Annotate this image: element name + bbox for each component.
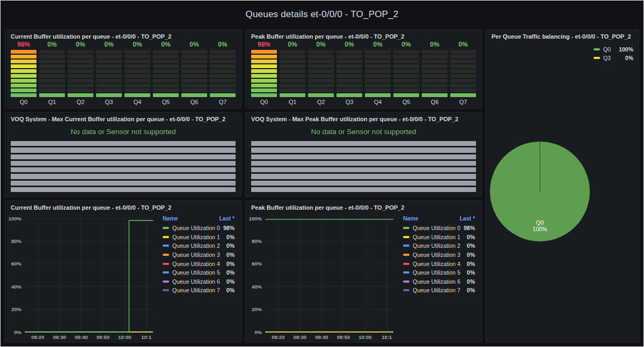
panel-title-traffic-balancing[interactable]: Per Queue Traffic balancing - et-0/0/0 -… (486, 30, 639, 41)
pie-legend-row-q3[interactable]: Q30% (594, 54, 633, 62)
gauge-cell (450, 69, 476, 73)
gauge-cell (365, 55, 391, 58)
legend-row-queue-5[interactable]: Queue Utilization 50% (403, 268, 475, 277)
gauge-cell (68, 74, 93, 78)
slice-name: Q3 (603, 55, 625, 61)
gauge-cell (308, 93, 334, 97)
series-name: Queue Utilization 4 (413, 261, 467, 267)
legend-row-queue-2[interactable]: Queue Utilization 20% (403, 241, 475, 250)
gauge-cell (153, 69, 179, 73)
gauge-cell (336, 60, 362, 63)
gauge-cell (308, 69, 334, 73)
x-axis-tick-label: 09:40 (75, 334, 87, 340)
gauge-cell (210, 55, 236, 58)
gauge-cell (393, 93, 419, 97)
no-data-bar-rows (11, 141, 236, 192)
y-axis-tick-label: 60% (252, 261, 262, 267)
gauge-category-label: Q0 (11, 97, 36, 106)
series-swatch (403, 227, 409, 229)
legend-row-queue-0[interactable]: Queue Utilization 098% (403, 224, 475, 233)
gauge-category-label: Q6 (181, 97, 207, 106)
gauge-cell (251, 64, 277, 68)
gauge-cell (11, 88, 36, 92)
series-last-value: 0% (226, 278, 235, 285)
gauge-cell (422, 88, 448, 92)
panel-title-peak-buffer-timeseries[interactable]: Peak Buffer utilization per queue - et-0… (246, 201, 481, 212)
gauge-cell (251, 88, 277, 92)
legend-row-queue-1[interactable]: Queue Utilization 10% (163, 233, 235, 242)
gauge-cell (68, 55, 93, 58)
gauge-category-label: Q1 (39, 97, 65, 106)
gauge-value: 0% (153, 41, 179, 50)
legend-header-last[interactable]: Last * (459, 215, 475, 222)
gauge-cell (181, 93, 207, 97)
legend-row-queue-6[interactable]: Queue Utilization 60% (403, 277, 475, 286)
series-last-value: 0% (226, 287, 235, 293)
legend-row-queue-3[interactable]: Queue Utilization 30% (403, 250, 475, 260)
legend-row-queue-3[interactable]: Queue Utilization 30% (163, 250, 235, 260)
x-axis-tick-label: 10:00 (358, 334, 371, 340)
pie-legend-row-q0[interactable]: Q0100% (594, 45, 633, 54)
panel-traffic-balancing-pie: Per Queue Traffic balancing - et-0/0/0 -… (486, 29, 639, 342)
legend-row-queue-5[interactable]: Queue Utilization 50% (163, 268, 235, 277)
gauge-cell (210, 84, 236, 87)
gauge-cell (153, 60, 179, 63)
gauge-cell (393, 60, 419, 63)
series-line-0 (25, 220, 153, 332)
pie-body: Q0100% Q0100%Q30% (486, 41, 639, 342)
legend-row-queue-4[interactable]: Queue Utilization 40% (403, 259, 475, 268)
current-buffer-bar-gauge: 98%Q00%Q10%Q20%Q30%Q40%Q50%Q60%Q7 (5, 41, 241, 108)
no-data-message: No data or Sensor not supported (251, 123, 476, 141)
legend-header-last[interactable]: Last * (219, 215, 235, 222)
gauge-cell (210, 93, 236, 97)
gauge-column-q0: 98%Q0 (11, 41, 36, 106)
gauge-cell (336, 84, 362, 87)
timeseries-body: 0%20%40%60%80%100%09:2009:3009:4009:5010… (246, 212, 481, 342)
x-axis-tick-label: 09:50 (97, 334, 109, 340)
legend-header-name[interactable]: Name (163, 215, 178, 222)
series-last-value: 0% (226, 269, 235, 276)
legend-row-queue-6[interactable]: Queue Utilization 60% (163, 277, 235, 286)
gauge-cell (39, 93, 65, 97)
gauge-cell (125, 55, 150, 58)
legend-row-queue-4[interactable]: Queue Utilization 40% (163, 259, 235, 268)
no-data-bar (11, 154, 236, 159)
legend-row-queue-0[interactable]: Queue Utilization 098% (163, 224, 235, 233)
legend-row-queue-2[interactable]: Queue Utilization 20% (163, 241, 235, 250)
no-data-bar (251, 187, 476, 192)
gauge-cell (11, 60, 36, 63)
gauge-cell-stack (125, 50, 150, 97)
gauge-cell-stack (153, 50, 179, 97)
gauge-cell (251, 55, 277, 58)
panel-peak-buffer-timeseries: Peak Buffer utilization per queue - et-0… (245, 201, 482, 342)
no-data-bar (251, 181, 476, 186)
gauge-cell (251, 60, 277, 63)
panel-title-current-buffer-gauge[interactable]: Current Buffer utilization per queue - e… (5, 30, 241, 41)
gauge-cell (280, 74, 305, 78)
panel-title-peak-buffer-gauge[interactable]: Peak Buffer utilization per queue - et-0… (246, 30, 481, 41)
legend-row-queue-1[interactable]: Queue Utilization 10% (403, 233, 475, 242)
series-last-value: 0% (467, 234, 475, 240)
panel-title-current-buffer-timeseries[interactable]: Current Buffer utilization per queue - e… (5, 201, 241, 212)
gauge-cell (280, 55, 305, 58)
plot-area: 0%20%40%60%80%100%09:2009:3009:4009:5010… (8, 214, 157, 341)
gauge-cell (308, 64, 334, 68)
panel-title-voq-current[interactable]: VOQ System - Max Current Buffer utilizat… (5, 113, 241, 123)
gauge-cell (153, 79, 179, 83)
series-swatch (163, 236, 169, 238)
peak-buffer-line-chart: 0%20%40%60%80%100%09:2009:3009:4009:5010… (248, 214, 398, 341)
gauge-cell (365, 93, 391, 97)
series-last-value: 98% (223, 225, 235, 231)
pie-legend: Q0100%Q30% (594, 41, 639, 342)
gauge-category-label: Q0 (251, 97, 277, 106)
panel-title-voq-peak[interactable]: VOQ System - Max Peak Buffer utilization… (246, 113, 481, 123)
gauge-column-q2: 0%Q2 (68, 41, 93, 106)
panel-grid: Current Buffer utilization per queue - e… (1, 28, 643, 346)
gauge-cell (308, 79, 334, 83)
legend-row-queue-7[interactable]: Queue Utilization 70% (163, 286, 235, 295)
gauge-cell (251, 84, 277, 87)
legend-row-queue-7[interactable]: Queue Utilization 70% (403, 286, 475, 295)
gauge-cell (39, 88, 65, 92)
gauge-category-label: Q3 (336, 97, 362, 106)
legend-header-name[interactable]: Name (403, 215, 419, 222)
